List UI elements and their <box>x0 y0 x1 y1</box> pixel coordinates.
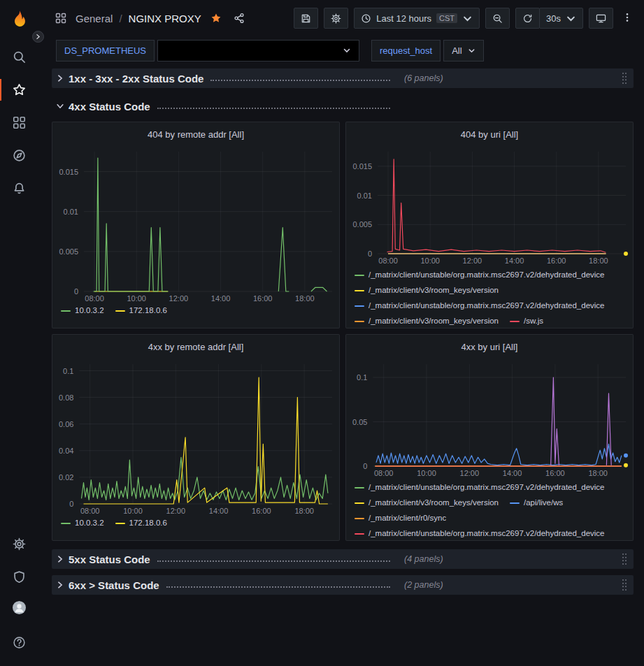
legend-item[interactable]: /_matrix/client/unstable/org.matrix.msc2… <box>355 270 605 280</box>
zoom-out-button[interactable] <box>485 8 510 29</box>
refresh-group: 30s <box>515 8 583 29</box>
timeseries-chart[interactable]: 00.0050.010.01508:0010:0012:0014:0016:00… <box>346 146 633 266</box>
help-icon <box>13 636 26 649</box>
svg-text:08:00: 08:00 <box>85 294 104 303</box>
timeseries-chart[interactable]: 00.0050.010.01508:0010:0012:0014:0016:00… <box>52 146 339 304</box>
panel-title[interactable]: 4xx by uri [All] <box>346 335 633 359</box>
svg-text:10:00: 10:00 <box>123 507 143 515</box>
row-header-6xx[interactable]: 6xx > Status Code (2 panels) <box>52 575 634 595</box>
save-dashboard-button[interactable] <box>294 8 318 29</box>
sidebar-item-server-admin[interactable] <box>0 560 38 593</box>
legend-label: /_matrix/client/unstable/org.matrix.msc2… <box>368 301 605 311</box>
chart-svg: 00.020.040.060.080.108:0010:0012:0014:00… <box>52 359 339 516</box>
row-title: 6xx > Status Code <box>69 579 159 591</box>
legend-swatch <box>355 502 364 504</box>
legend-label: /api/live/ws <box>524 498 563 508</box>
caret-down-icon <box>462 13 473 24</box>
tv-mode-button[interactable] <box>589 8 613 29</box>
sidebar-item-dashboards[interactable] <box>0 106 38 139</box>
favorite-star-button[interactable] <box>208 10 224 27</box>
svg-text:0.01: 0.01 <box>64 208 78 216</box>
variable-label-ds-prometheus[interactable]: DS_PROMETHEUS <box>56 40 155 61</box>
more-options-button[interactable] <box>620 9 634 28</box>
svg-text:0: 0 <box>69 500 73 508</box>
legend-item[interactable]: 10.0.3.2 <box>61 305 104 316</box>
legend-item[interactable]: /_matrix/client/v3/room_keys/version <box>355 498 499 508</box>
legend-item[interactable]: /_matrix/client/unstable/org.matrix.msc2… <box>355 482 605 493</box>
row-title: 4xx Status Code <box>69 101 150 113</box>
zoom-out-icon <box>492 13 503 24</box>
legend-swatch <box>510 321 520 322</box>
row-header-5xx[interactable]: 5xx Status Code (4 panels) <box>52 549 634 569</box>
chevron-right-icon <box>56 555 64 563</box>
svg-text:10:00: 10:00 <box>417 469 436 477</box>
legend-swatch <box>355 533 364 535</box>
time-range-picker[interactable]: Last 12 hours CST <box>354 8 480 29</box>
legend-item[interactable]: /_matrix/client/r0/sync <box>355 513 446 523</box>
legend-swatch <box>355 518 364 519</box>
legend-item[interactable]: /_matrix/client/unstable/org.matrix.msc2… <box>355 528 605 539</box>
legend-item[interactable]: /api/live/ws <box>510 498 563 508</box>
legend-item[interactable]: 172.18.0.6 <box>115 518 167 528</box>
legend-item[interactable]: /sw.js <box>510 316 543 326</box>
timeseries-chart[interactable]: 00.020.040.060.080.108:0010:0012:0014:00… <box>52 359 339 516</box>
dashboard-settings-button[interactable] <box>324 8 348 29</box>
row-drag-handle[interactable] <box>621 579 628 591</box>
request-host-variable-label: request_host <box>380 45 432 56</box>
share-button[interactable] <box>231 10 248 27</box>
panel-title[interactable]: 404 by uri [All] <box>346 122 633 146</box>
sidebar-item-starred[interactable] <box>0 73 38 106</box>
gear-icon <box>13 537 26 551</box>
monitor-icon <box>596 13 606 24</box>
refresh-interval-label: 30s <box>546 13 561 24</box>
dashboard-title[interactable]: NGINX PROXY <box>129 13 201 24</box>
svg-text:0.015: 0.015 <box>59 168 78 176</box>
sidebar-item-search[interactable] <box>0 41 38 73</box>
chevron-down-icon <box>56 102 64 110</box>
row-header-1xx-3xx-2xx[interactable]: 1xx - 3xx - 2xx Status Code (6 panels) <box>52 68 634 88</box>
row-drag-handle[interactable] <box>621 72 628 85</box>
timeseries-chart[interactable]: 00.050.108:0010:0012:0014:0016:0018:00 <box>346 359 633 479</box>
legend-item[interactable]: /_matrix/client/v3/room_keys/version <box>355 316 499 326</box>
row-drag-handle[interactable] <box>621 553 628 565</box>
sidebar-item-help[interactable] <box>0 626 38 659</box>
svg-text:0: 0 <box>368 249 372 258</box>
legend-label: /_matrix/client/unstable/org.matrix.msc2… <box>368 528 605 539</box>
row-dots <box>210 80 390 81</box>
share-alt-icon <box>234 13 245 24</box>
alerting-bell-icon <box>13 182 26 195</box>
datasource-variable-select[interactable] <box>157 40 359 61</box>
sidebar-item-profile[interactable] <box>0 593 38 626</box>
gear-icon <box>331 13 341 24</box>
sidebar-expand-button[interactable] <box>32 31 44 43</box>
sidebar-item-configuration[interactable] <box>0 528 38 560</box>
breadcrumb: General / NGINX PROXY <box>52 10 248 27</box>
panel-title[interactable]: 404 by remote addr [All] <box>52 122 339 146</box>
svg-text:12:00: 12:00 <box>169 294 189 303</box>
caret-down-icon <box>468 47 475 55</box>
legend-item[interactable]: 10.0.3.2 <box>61 518 104 528</box>
row-panel-count: (6 panels) <box>404 73 443 83</box>
legend-item[interactable]: /_matrix/client/v3/room_keys/version <box>355 285 499 296</box>
legend-swatch <box>355 487 364 488</box>
panel-4xx-by-remote-addr: 4xx by remote addr [All] 00.020.040.060.… <box>52 334 340 541</box>
panel-title[interactable]: 4xx by remote addr [All] <box>52 335 339 359</box>
legend-label: /_matrix/client/v3/room_keys/version <box>368 316 499 326</box>
sidebar-item-explore[interactable] <box>0 139 38 172</box>
svg-text:0.08: 0.08 <box>59 393 73 402</box>
refresh-button[interactable] <box>515 8 540 29</box>
shield-icon <box>13 570 26 584</box>
row-header-4xx[interactable]: 4xx Status Code <box>52 96 634 116</box>
legend-item[interactable]: 172.18.0.6 <box>115 305 167 316</box>
breadcrumb-section[interactable]: General <box>76 13 113 24</box>
refresh-interval-select[interactable]: 30s <box>539 8 583 29</box>
request-host-variable-select[interactable]: All <box>443 40 483 61</box>
legend-item[interactable]: /_matrix/client/unstable/org.matrix.msc2… <box>355 301 605 311</box>
panel-legend: 10.0.3.2172.18.0.6 <box>52 516 339 540</box>
variable-label-request-host[interactable]: request_host <box>371 40 441 61</box>
clock-icon <box>361 13 371 24</box>
legend-label: 10.0.3.2 <box>75 305 104 316</box>
sidebar-item-alerting[interactable] <box>0 172 38 205</box>
grafana-logo[interactable] <box>8 7 31 31</box>
time-range-label: Last 12 hours <box>376 13 431 24</box>
